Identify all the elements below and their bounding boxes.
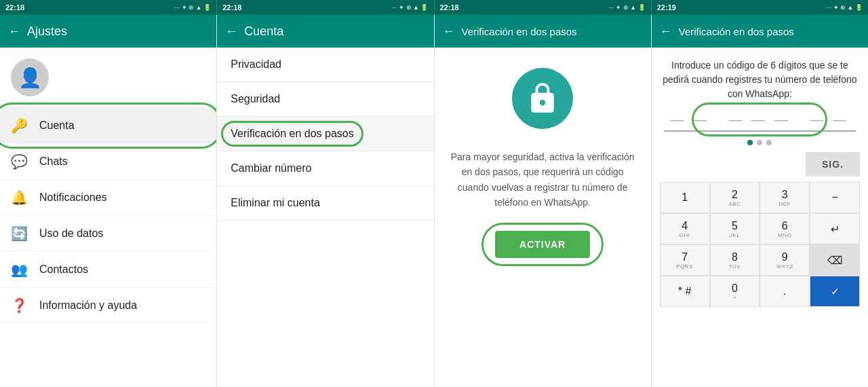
key-minus[interactable]: −: [810, 182, 860, 213]
key-7[interactable]: 7PQRS: [660, 244, 710, 276]
key-5[interactable]: 5JKL: [710, 213, 760, 244]
menu-cambiar-numero[interactable]: Cambiar número: [217, 151, 433, 186]
settings-header: ← Ajustes: [0, 15, 216, 48]
numpad-row-1: 1 2ABC 3DEF −: [660, 182, 860, 213]
status-time-2: 22:18: [222, 3, 241, 12]
key-2[interactable]: 2ABC: [710, 182, 760, 213]
sig-button[interactable]: SIG.: [806, 152, 860, 177]
settings-panel: ← Ajustes 👤 🔑 Cuenta 💬 Chats 🔔 Notificac…: [0, 15, 217, 387]
lock-icon-circle: [512, 68, 573, 129]
settings-content: 👤 🔑 Cuenta 💬 Chats 🔔 Notificaciones 🔄 Us…: [0, 48, 216, 387]
sidebar-item-cuenta[interactable]: 🔑 Cuenta: [0, 108, 216, 144]
sidebar-item-chats[interactable]: 💬 Chats: [0, 144, 216, 180]
status-bar-4: 22:19 ··· ✦ ⊕ ▲ 🔋: [652, 0, 868, 15]
status-bar-3: 22:18 ··· ✦ ⊕ ▲ 🔋: [435, 0, 652, 15]
key-0[interactable]: 0+: [710, 276, 760, 307]
key-6[interactable]: 6MNO: [760, 213, 810, 244]
key-1[interactable]: 1: [660, 182, 710, 213]
settings-title: Ajustes: [27, 24, 67, 39]
status-icons-4: ··· ✦ ⊕ ▲ 🔋: [827, 4, 863, 11]
verificacion-intro-title: Verificación en dos pasos: [462, 26, 577, 37]
numpad-row-2: 4GHI 5JKL 6MNO ↵: [660, 213, 860, 244]
key-confirm[interactable]: ✓: [810, 276, 860, 307]
key-dot[interactable]: .: [760, 276, 810, 307]
status-time-4: 22:19: [657, 3, 676, 12]
sidebar-item-informacion[interactable]: ❓ Información y ayuda: [0, 288, 216, 324]
menu-verificacion[interactable]: Verificación en dos pasos: [217, 117, 433, 151]
verificacion-intro-panel: ← Verificación en dos pasos Para mayor s…: [435, 15, 652, 387]
cuenta-content: Privacidad Seguridad Verificación en dos…: [217, 48, 433, 387]
key-icon: 🔑: [11, 117, 27, 134]
sidebar-item-notificaciones[interactable]: 🔔 Notificaciones: [0, 180, 216, 216]
cuenta-back-arrow[interactable]: ←: [225, 24, 237, 39]
key-8[interactable]: 8TUV: [710, 244, 760, 276]
key-star-hash[interactable]: * #: [660, 276, 710, 307]
sig-btn-wrap: SIG.: [660, 152, 860, 177]
bell-icon: 🔔: [11, 189, 27, 206]
cuenta-title: Cuenta: [244, 24, 283, 39]
key-delete[interactable]: ⌫: [810, 244, 860, 276]
status-time-3: 22:18: [440, 3, 459, 12]
sidebar-item-contactos[interactable]: 👥 Contactos: [0, 252, 216, 288]
dot-1: [747, 140, 753, 145]
cuenta-header: ← Cuenta: [217, 15, 433, 48]
numpad-row-3: 7PQRS 8TUV 9WXYZ ⌫: [660, 244, 860, 276]
status-icons-2: ··· ✦ ⊕ ▲ 🔋: [392, 4, 428, 11]
avatar: 👤: [11, 58, 49, 96]
contacts-icon: 👥: [11, 261, 27, 278]
status-bar-1: 22:18 ··· ✦ ⊕ ▲ 🔋: [0, 0, 217, 15]
chat-icon: 💬: [11, 153, 27, 170]
numpad: 1 2ABC 3DEF − 4GHI 5JKL 6MNO ↵ 7PQRS 8TU…: [660, 182, 860, 307]
verificacion-code-title: Verificación en dos pasos: [679, 26, 794, 37]
status-time-1: 22:18: [5, 3, 24, 12]
help-icon: ❓: [11, 297, 27, 314]
settings-back-arrow[interactable]: ←: [8, 24, 20, 39]
verif-description: Para mayor seguridad, activa la verifica…: [448, 149, 637, 210]
dot-2: [757, 140, 762, 145]
menu-eliminar-cuenta[interactable]: Eliminar mi cuenta: [217, 186, 433, 221]
status-icons-1: ··· ✦ ⊕ ▲ 🔋: [175, 4, 211, 11]
status-bar-2: 22:18 ··· ✦ ⊕ ▲ 🔋: [217, 0, 434, 15]
key-enter[interactable]: ↵: [810, 213, 860, 244]
menu-privacidad[interactable]: Privacidad: [217, 48, 433, 82]
verificacion-code-header: ← Verificación en dos pasos: [652, 15, 868, 48]
activar-button-wrap: ACTIVAR: [495, 231, 590, 258]
dot-3: [766, 140, 772, 145]
code-input-wrap: — — — — — — —: [660, 112, 860, 132]
code-dashes[interactable]: — — — — — — —: [664, 112, 856, 132]
status-icons-3: ··· ✦ ⊕ ▲ 🔋: [609, 4, 645, 11]
numpad-row-4: * # 0+ . ✓: [660, 276, 860, 307]
user-profile-section[interactable]: 👤: [0, 48, 216, 108]
verificacion-intro-content: Para mayor seguridad, activa la verifica…: [435, 48, 651, 387]
page-dots: [660, 140, 860, 145]
data-icon: 🔄: [11, 225, 27, 242]
key-9[interactable]: 9WXYZ: [760, 244, 810, 276]
verificacion-intro-header: ← Verificación en dos pasos: [435, 15, 651, 48]
verificacion-code-back-arrow[interactable]: ←: [660, 24, 672, 39]
verificacion-intro-back-arrow[interactable]: ←: [443, 24, 455, 39]
verificacion-code-content: Introduce un código de 6 dígitos que se …: [652, 48, 868, 387]
menu-seguridad[interactable]: Seguridad: [217, 82, 433, 117]
code-description: Introduce un código de 6 dígitos que se …: [660, 58, 860, 101]
sidebar-item-uso-datos[interactable]: 🔄 Uso de datos: [0, 216, 216, 252]
key-4[interactable]: 4GHI: [660, 213, 710, 244]
activar-button[interactable]: ACTIVAR: [495, 231, 590, 258]
key-3[interactable]: 3DEF: [760, 182, 810, 213]
lock-icon: [526, 81, 559, 115]
cuenta-panel: ← Cuenta Privacidad Seguridad Verificaci…: [217, 15, 434, 387]
verificacion-code-panel: ← Verificación en dos pasos Introduce un…: [652, 15, 868, 387]
